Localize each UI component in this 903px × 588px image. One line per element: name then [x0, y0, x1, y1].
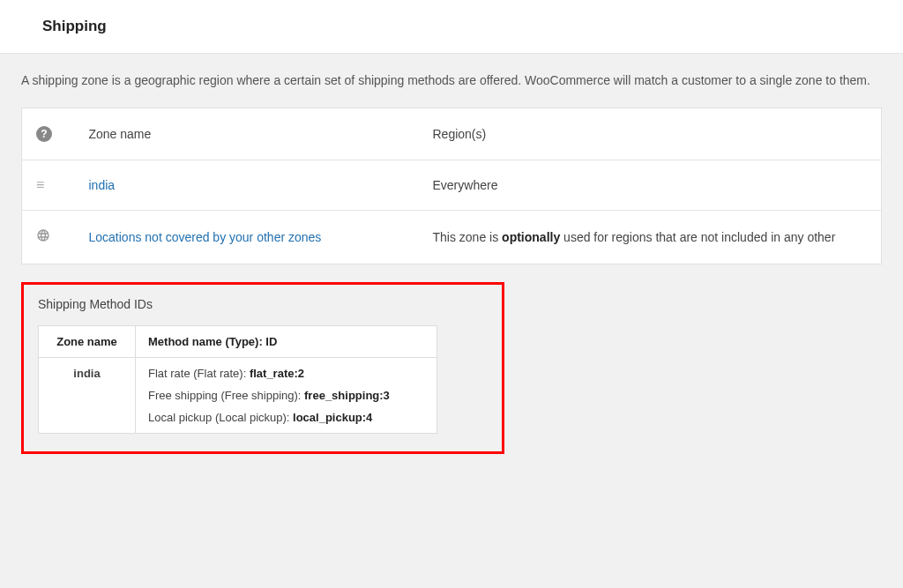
- globe-cell: [22, 211, 75, 264]
- method-id: free_shipping:3: [304, 389, 390, 402]
- zones-header-row: ? Zone name Region(s): [22, 108, 882, 160]
- shipping-method-ids-panel: Shipping Method IDs Zone name Method nam…: [21, 282, 504, 454]
- drag-handle-icon[interactable]: ≡: [36, 177, 44, 192]
- method-label: Local pickup (Local pickup):: [148, 411, 293, 424]
- method-ids-table: Zone name Method name (Type): ID india F…: [38, 325, 437, 434]
- page-title: Shipping: [42, 18, 861, 35]
- method-col-zone: Zone name: [39, 326, 136, 358]
- column-region: Region(s): [419, 108, 882, 160]
- method-row: india Flat rate (Flat rate): flat_rate:2…: [39, 358, 437, 434]
- desc-prefix: This zone is: [433, 230, 503, 244]
- default-zone-name-cell: Locations not covered by your other zone…: [75, 211, 419, 264]
- drag-handle-cell[interactable]: ≡: [22, 160, 75, 211]
- help-header: ?: [22, 108, 75, 160]
- zone-row: ≡ india Everywhere: [22, 160, 882, 211]
- method-line-free-shipping: Free shipping (Free shipping): free_ship…: [148, 389, 424, 402]
- method-col-method: Method name (Type): ID: [136, 326, 437, 358]
- globe-icon: [36, 228, 50, 246]
- panel-title: Shipping Method IDs: [38, 297, 488, 311]
- desc-bold: optionally: [502, 230, 560, 244]
- default-zone-desc: This zone is optionally used for regions…: [419, 211, 882, 264]
- zone-link-default[interactable]: Locations not covered by your other zone…: [89, 230, 322, 244]
- method-header-row: Zone name Method name (Type): ID: [39, 326, 437, 358]
- default-zone-row: Locations not covered by your other zone…: [22, 211, 882, 264]
- zone-name-cell: india: [75, 160, 419, 211]
- zone-region-cell: Everywhere: [419, 160, 882, 211]
- method-zone-name: india: [39, 358, 136, 434]
- method-list-cell: Flat rate (Flat rate): flat_rate:2 Free …: [136, 358, 437, 434]
- help-icon[interactable]: ?: [36, 126, 52, 142]
- column-zone-name: Zone name: [75, 108, 419, 160]
- zone-link-india[interactable]: india: [89, 178, 116, 192]
- zones-table: ? Zone name Region(s) ≡ india Everywhere…: [21, 108, 882, 264]
- desc-suffix: used for regions that are not included i…: [560, 230, 835, 244]
- method-id: flat_rate:2: [250, 367, 304, 380]
- content: A shipping zone is a geographic region w…: [0, 54, 903, 475]
- method-label: Free shipping (Free shipping):: [148, 389, 304, 402]
- method-line-local-pickup: Local pickup (Local pickup): local_picku…: [148, 411, 424, 424]
- method-label: Flat rate (Flat rate):: [148, 367, 250, 380]
- method-id: local_pickup:4: [293, 411, 372, 424]
- page-header: Shipping: [0, 0, 903, 54]
- method-line-flat-rate: Flat rate (Flat rate): flat_rate:2: [148, 367, 424, 380]
- intro-text: A shipping zone is a geographic region w…: [21, 71, 882, 90]
